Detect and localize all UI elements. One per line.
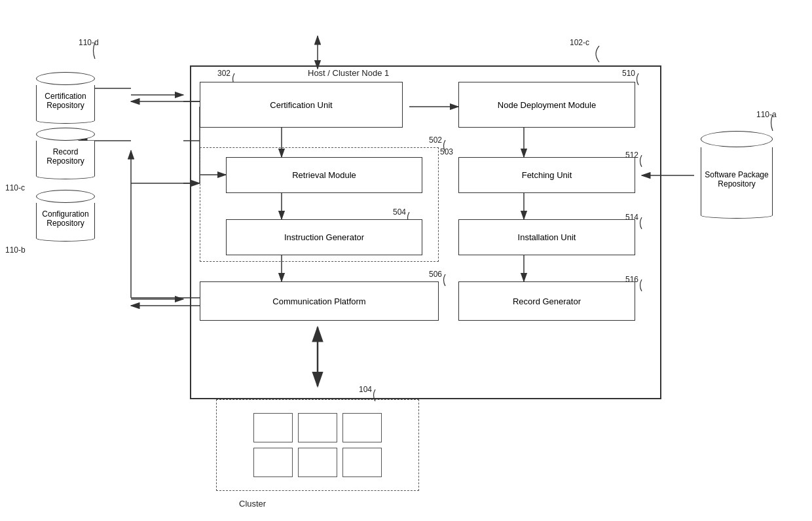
communication-platform-box: Communication Platform xyxy=(200,281,439,321)
config-repo-top xyxy=(36,190,95,203)
record-generator-box: Record Generator xyxy=(458,281,635,321)
ref-110b: 110-b xyxy=(5,245,26,255)
cert-repo-top xyxy=(36,72,95,85)
config-repo-cylinder: Configuration Repository xyxy=(36,190,95,242)
cluster-node-6 xyxy=(342,448,382,477)
cert-repo-body: Certification Repository xyxy=(36,85,95,118)
cluster-box xyxy=(216,399,419,491)
ref-110c: 110-c xyxy=(5,183,25,192)
cert-repo-cylinder: Certification Repository xyxy=(36,72,95,124)
cluster-node-3 xyxy=(342,413,382,442)
software-repo-body: Software Package Repository xyxy=(701,147,773,213)
cluster-node-2 xyxy=(298,413,337,442)
software-repo-bottom xyxy=(701,212,773,219)
cluster-node-4 xyxy=(253,448,293,477)
record-repo-cylinder: Record Repository xyxy=(36,128,95,179)
config-repo-body: Configuration Repository xyxy=(36,203,95,236)
cluster-label: Cluster xyxy=(239,499,266,509)
record-repo-top xyxy=(36,128,95,141)
config-repo-bottom xyxy=(36,235,95,242)
record-repo-bottom xyxy=(36,173,95,179)
cert-repo-bottom xyxy=(36,117,95,124)
record-repo-body: Record Repository xyxy=(36,141,95,173)
cluster-node-1 xyxy=(253,413,293,442)
fetching-unit-box: Fetching Unit xyxy=(458,157,635,193)
instruction-generator-box: Instruction Generator xyxy=(226,219,422,255)
software-repo-top xyxy=(701,131,773,147)
ref-102c: 102-c xyxy=(570,38,589,47)
installation-unit-box: Installation Unit xyxy=(458,219,635,255)
software-repo-cylinder: Software Package Repository xyxy=(701,131,773,219)
retrieval-module-box: Retrieval Module xyxy=(226,157,422,193)
certification-unit-box: Certification Unit xyxy=(200,82,403,128)
cluster-node-5 xyxy=(298,448,337,477)
ref-110a: 110-a xyxy=(756,110,777,119)
ref-110d: 110-d xyxy=(79,38,99,47)
node-deployment-box: Node Deployment Module xyxy=(458,82,635,128)
